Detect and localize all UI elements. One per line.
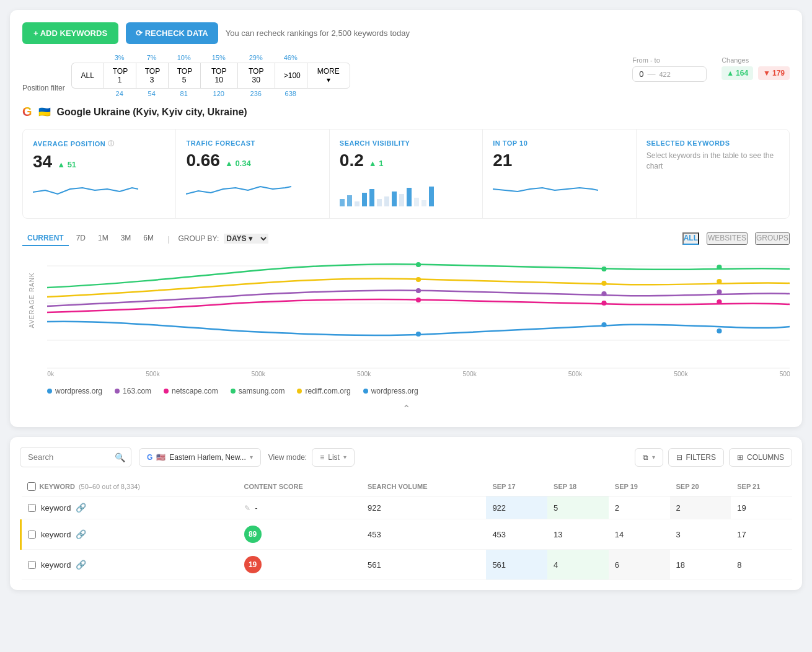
chart-wrapper: AVERAGE RANK 30 20 10 (22, 253, 790, 395)
legend-netscape: netscape.com (164, 387, 218, 395)
svg-rect-8 (399, 194, 404, 206)
in-top10-value: 21 (493, 151, 625, 170)
row-checkbox-1[interactable] (28, 504, 36, 512)
filter-gt100-button[interactable]: >100 (275, 63, 307, 89)
score-badge-2: 89 (244, 526, 262, 543)
link-icon-1[interactable]: 🔗 (76, 503, 86, 513)
svg-point-31 (717, 279, 722, 284)
group-by-select[interactable]: DAYS ▾ WEEKS MONTHS (224, 234, 268, 244)
pct-top1: 3% (104, 54, 136, 61)
chart-tab-groups[interactable]: GROUPS (755, 232, 790, 245)
td-sep19-2: 14 (609, 519, 670, 550)
svg-rect-4 (369, 189, 374, 206)
td-sep18-1: 5 (547, 496, 609, 519)
collapse-button[interactable]: ⌃ (22, 395, 790, 415)
top10-sparkline (493, 175, 625, 202)
search-visibility-title: SEARCH VISIBILITY (340, 139, 472, 147)
search-visibility-delta: ▲ 1 (369, 159, 384, 168)
filters-button[interactable]: ⊟ FILTERS (668, 448, 724, 467)
keyword-value-2: keyword (41, 530, 71, 539)
svg-text:500k: 500k (146, 371, 160, 377)
changes-label: Changes (722, 56, 790, 64)
tab-6m[interactable]: 6M (138, 231, 159, 246)
traffic-forecast-title: TRAFIC FORECAST (186, 139, 319, 147)
svg-text:500k: 500k (252, 371, 266, 377)
to-value: 422 (659, 71, 670, 78)
time-tabs: CURRENT 7D 1M 3M 6M | GROUP BY: DAYS ▾ W… (22, 231, 268, 246)
filter-top30-button[interactable]: TOP 30 (237, 63, 275, 89)
from-to-input[interactable]: 0 — 422 (632, 66, 707, 82)
link-icon-2[interactable]: 🔗 (76, 529, 86, 539)
td-sep20-3: 18 (670, 550, 731, 580)
svg-rect-10 (414, 198, 419, 206)
svg-point-24 (416, 332, 421, 337)
tab-7d[interactable]: 7D (71, 231, 90, 246)
pct-top30: 29% (237, 54, 275, 61)
tab-3m[interactable]: 3M (116, 231, 136, 246)
copy-icon: ⧉ (643, 453, 648, 462)
position-filter-row: Position filter 3% 7% 10% 15% 29% 46% AL… (22, 54, 790, 97)
svg-text:500k: 500k (568, 371, 583, 377)
td-keyword-1: keyword 🔗 (21, 496, 238, 519)
legend-rediff: rediff.com.org (297, 387, 350, 395)
th-keyword: KEYWORD (50–60 out of 8,334) (21, 477, 238, 496)
th-sep17: SEP 17 (486, 477, 547, 496)
count-top1: 24 (104, 90, 136, 97)
keyword-value-1: keyword (41, 503, 71, 513)
metric-selected-keywords: SELECTED KEYWORDS Select keywords in the… (637, 130, 789, 218)
filter-top5-button[interactable]: TOP 5 (168, 63, 200, 89)
changes-badges: ▲ 164 ▼ 179 (722, 66, 790, 80)
chart-tab-all[interactable]: ALL (682, 232, 699, 245)
in-top10-title: IN TOP 10 (493, 139, 625, 147)
legend-samsung: samsung.com (231, 387, 285, 395)
view-mode-select[interactable]: ≡ List ▾ (312, 448, 355, 467)
avg-position-title: AVERAGE POSITION ⓘ (33, 139, 165, 148)
svg-point-33 (717, 299, 722, 304)
td-sep19-1: 2 (609, 496, 670, 519)
svg-text:500k: 500k (780, 371, 790, 377)
tab-1m[interactable]: 1M (93, 231, 113, 246)
pct-top10: 15% (200, 54, 237, 61)
search-icon: 🔍 (115, 452, 125, 462)
us-flag: 🇺🇸 (156, 453, 165, 462)
main-card: + ADD KEYWORDS ⟳ RECHECK DATA You can re… (10, 10, 802, 427)
recheck-data-button[interactable]: ⟳ RECHECK DATA (126, 22, 218, 44)
svg-rect-7 (392, 192, 397, 206)
svg-rect-5 (377, 199, 382, 206)
row-checkbox-3[interactable] (28, 561, 36, 569)
th-sep18: SEP 18 (547, 477, 609, 496)
filter-top10-button[interactable]: TOP 10 (200, 63, 237, 89)
view-mode-label: View mode: (268, 453, 307, 462)
pct-gt100: 46% (275, 54, 307, 61)
td-sep18-3: 4 (547, 550, 609, 580)
td-sep17-2: 453 (486, 519, 547, 550)
group-by-label: GROUP BY: (178, 234, 219, 243)
filter-more-button[interactable]: MORE ▾ (307, 63, 350, 89)
from-value: 0 (639, 69, 643, 79)
td-sep21-1: 19 (731, 496, 792, 519)
location-select-label: Eastern Harlem, New... (169, 453, 245, 462)
row-checkbox-2[interactable] (28, 531, 36, 539)
table-row: keyword 🔗 ✎ - 922 922 5 2 2 19 (21, 496, 793, 519)
select-all-checkbox[interactable] (27, 482, 36, 491)
filter-all-button[interactable]: ALL (71, 63, 104, 89)
add-keywords-button[interactable]: + ADD KEYWORDS (22, 22, 118, 44)
toolbar-info: You can recheck rankings for 2,500 keywo… (226, 29, 410, 38)
tab-current[interactable]: CURRENT (22, 231, 69, 246)
td-sep17-1: 922 (486, 496, 547, 519)
copy-button[interactable]: ⧉ ▾ (635, 448, 663, 467)
filter-top3-button[interactable]: TOP 3 (136, 63, 168, 89)
line-chart: 30 20 10 (47, 253, 790, 377)
filter-top1-button[interactable]: TOP 1 (104, 63, 136, 89)
location-select[interactable]: G 🇺🇸 Eastern Harlem, New... ▾ (139, 448, 261, 467)
table-row: keyword 🔗 89 453 453 13 14 3 17 (21, 519, 793, 550)
link-icon-3[interactable]: 🔗 (76, 560, 86, 570)
svg-point-25 (601, 267, 606, 271)
table-toolbar: 🔍 G 🇺🇸 Eastern Harlem, New... ▾ View mod… (20, 447, 792, 467)
location-text: Google Ukraine (Kyiv, Kyiv city, Ukraine… (57, 107, 247, 118)
svg-text:500k: 500k (674, 371, 688, 377)
location-bar: G 🇺🇦 Google Ukraine (Kyiv, Kyiv city, Uk… (22, 105, 790, 119)
separator: | (167, 234, 169, 244)
columns-button[interactable]: ⊞ COLUMNS (729, 448, 792, 467)
chart-tab-websites[interactable]: WEBSITES (707, 232, 748, 245)
